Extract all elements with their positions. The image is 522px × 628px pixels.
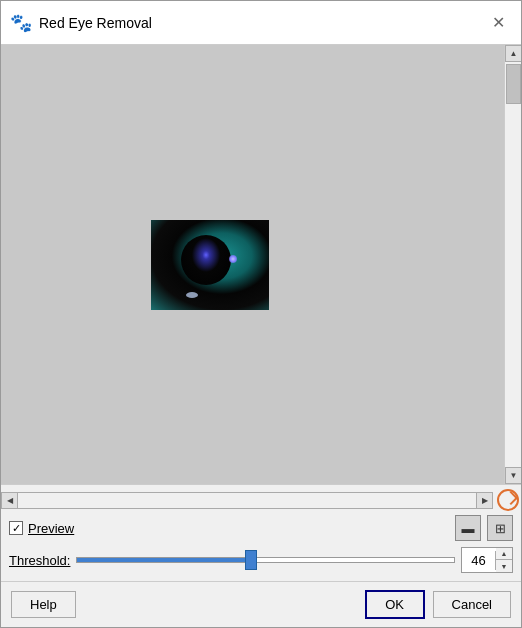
scroll-thumb-v[interactable]	[506, 64, 521, 104]
eye-reflection	[186, 292, 198, 298]
eye-pupil	[181, 235, 231, 285]
h-scrollbar-row: ◀ ▶	[1, 491, 521, 509]
threshold-value: 46	[462, 551, 496, 570]
help-button[interactable]: Help	[11, 591, 76, 618]
spin-down-button[interactable]: ▼	[496, 560, 512, 572]
action-row: Help OK Cancel	[1, 581, 521, 627]
scroll-track-h[interactable]	[18, 492, 476, 509]
threshold-row: Threshold: 46 ▲ ▼	[1, 543, 521, 577]
preview-check-container: Preview	[9, 521, 449, 536]
title-left: 🐾 Red Eye Removal	[11, 13, 152, 33]
bottom-section: ◀ ▶ Preview ▬ ⊞ Threshold:	[1, 484, 521, 627]
threshold-spinbox: 46 ▲ ▼	[461, 547, 513, 573]
canvas-area	[1, 45, 504, 484]
controls-row: Preview ▬ ⊞	[1, 513, 521, 543]
scroll-left-button[interactable]: ◀	[1, 492, 18, 509]
reset-icon	[497, 489, 519, 511]
reset-view-button[interactable]	[495, 487, 521, 513]
window: 🐾 Red Eye Removal ✕ ▲ ▼ ◀	[0, 0, 522, 628]
close-button[interactable]: ✕	[485, 10, 511, 36]
scroll-up-button[interactable]: ▲	[505, 45, 521, 62]
preview-label: Preview	[28, 521, 74, 536]
threshold-slider-thumb[interactable]	[245, 550, 257, 570]
zoom-minus-button[interactable]: ▬	[455, 515, 481, 541]
ok-button[interactable]: OK	[365, 590, 425, 619]
eye-highlight	[229, 255, 237, 263]
vertical-scrollbar: ▲ ▼	[504, 45, 521, 484]
zoom-minus-icon: ▬	[462, 521, 475, 536]
main-area: ▲ ▼	[1, 45, 521, 484]
zoom-fit-button[interactable]: ⊞	[487, 515, 513, 541]
eye-preview	[151, 220, 269, 310]
scroll-down-button[interactable]: ▼	[505, 467, 521, 484]
threshold-slider-container	[76, 550, 455, 570]
threshold-label: Threshold:	[9, 553, 70, 568]
zoom-fit-icon: ⊞	[495, 521, 506, 536]
scroll-right-button[interactable]: ▶	[476, 492, 493, 509]
preview-checkbox[interactable]	[9, 521, 23, 535]
threshold-slider-track[interactable]	[76, 557, 455, 563]
title-bar: 🐾 Red Eye Removal ✕	[1, 1, 521, 45]
spin-up-button[interactable]: ▲	[496, 548, 512, 560]
spin-buttons: ▲ ▼	[496, 548, 512, 572]
cancel-button[interactable]: Cancel	[433, 591, 511, 618]
threshold-slider-fill	[77, 558, 250, 562]
scroll-track-v[interactable]	[505, 62, 521, 467]
app-icon: 🐾	[11, 13, 31, 33]
window-title: Red Eye Removal	[39, 15, 152, 31]
